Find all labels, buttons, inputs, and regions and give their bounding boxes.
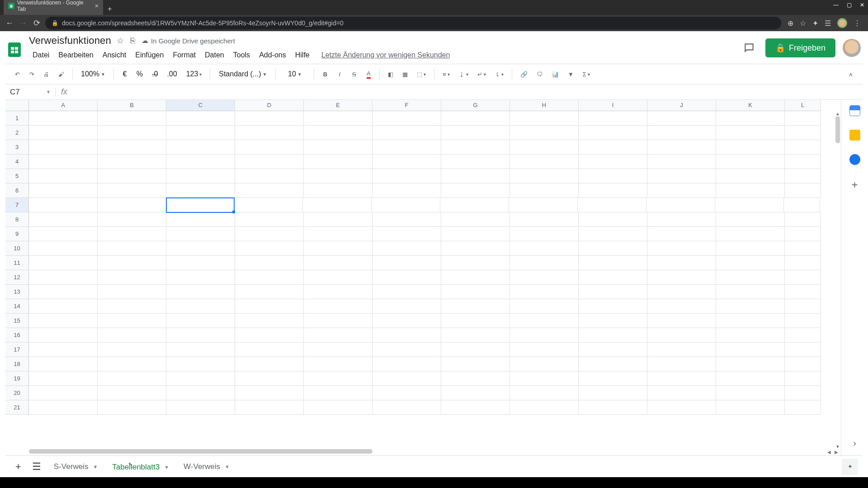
vertical-align-button[interactable]: ⭣▾ [456, 69, 471, 80]
cell-I7[interactable] [578, 198, 646, 212]
cell-I1[interactable] [579, 111, 647, 126]
cell-H2[interactable] [510, 126, 579, 140]
tasks-icon[interactable] [849, 154, 860, 165]
cell-D4[interactable] [235, 155, 304, 169]
cell-I18[interactable] [579, 357, 647, 371]
cell-L10[interactable] [785, 241, 821, 256]
font-family-dropdown[interactable]: Standard (...)▼ [216, 68, 270, 80]
cell-B16[interactable] [98, 328, 166, 343]
cell-H1[interactable] [510, 111, 579, 126]
sheets-logo-icon[interactable] [5, 38, 24, 62]
row-header-13[interactable]: 13 [5, 285, 29, 299]
cell-D17[interactable] [235, 343, 304, 357]
row-header-4[interactable]: 4 [5, 155, 29, 169]
row-header-17[interactable]: 17 [5, 343, 29, 357]
cell-G18[interactable] [441, 357, 510, 371]
menu-file[interactable]: Datei [29, 49, 53, 61]
row-header-18[interactable]: 18 [5, 357, 29, 371]
menu-view[interactable]: Ansicht [99, 49, 130, 61]
cell-C10[interactable] [166, 241, 235, 256]
cell-D11[interactable] [235, 256, 304, 270]
cell-L11[interactable] [785, 256, 821, 270]
cell-J17[interactable] [647, 343, 716, 357]
window-minimize-icon[interactable]: — [833, 2, 839, 8]
cell-E1[interactable] [304, 111, 373, 126]
explore-button[interactable]: ✦ [842, 459, 858, 475]
cell-I9[interactable] [579, 227, 647, 241]
cell-C8[interactable] [166, 212, 235, 227]
cell-H10[interactable] [510, 241, 579, 256]
row-header-20[interactable]: 20 [5, 386, 29, 400]
cell-I8[interactable] [579, 212, 647, 227]
cell-C6[interactable] [166, 183, 235, 198]
cell-D19[interactable] [235, 371, 304, 386]
cell-A18[interactable] [29, 357, 98, 371]
col-header-H[interactable]: H [510, 100, 579, 111]
cell-A10[interactable] [29, 241, 98, 256]
zoom-dropdown[interactable]: 100%▼ [78, 68, 108, 80]
cell-C4[interactable] [166, 155, 235, 169]
text-color-button[interactable]: A [363, 68, 374, 80]
font-size-dropdown[interactable]: 10▼ [281, 68, 308, 80]
cell-A11[interactable] [29, 256, 98, 270]
cell-H14[interactable] [510, 299, 579, 314]
cell-B21[interactable] [98, 400, 166, 415]
col-header-B[interactable]: B [98, 100, 166, 111]
extensions-icon[interactable]: ✦ [812, 19, 818, 28]
share-button[interactable]: 🔒 Freigeben [765, 38, 835, 57]
cell-E21[interactable] [304, 400, 373, 415]
cell-F6[interactable] [373, 183, 441, 198]
cell-K17[interactable] [716, 343, 785, 357]
cell-G14[interactable] [441, 299, 510, 314]
cell-B9[interactable] [98, 227, 166, 241]
vertical-scrollbar[interactable]: ▲ ▼ [835, 111, 841, 449]
cell-E6[interactable] [304, 183, 373, 198]
cell-K19[interactable] [716, 371, 785, 386]
add-sheet-button[interactable]: + [10, 458, 27, 475]
insert-comment-button[interactable]: 🗨 [534, 69, 545, 80]
cell-D20[interactable] [235, 386, 304, 400]
cell-A14[interactable] [29, 299, 98, 314]
cell-E7[interactable] [303, 198, 372, 212]
comments-button[interactable] [740, 39, 758, 57]
cell-J6[interactable] [647, 183, 716, 198]
window-maximize-icon[interactable]: ▢ [847, 2, 852, 8]
row-header-14[interactable]: 14 [5, 299, 29, 314]
row-header-1[interactable]: 1 [5, 111, 29, 126]
cell-K9[interactable] [716, 227, 785, 241]
new-tab-button[interactable]: + [103, 3, 116, 15]
borders-button[interactable]: ▦ [400, 69, 410, 80]
row-header-19[interactable]: 19 [5, 371, 29, 386]
cell-K6[interactable] [716, 183, 785, 198]
cell-L17[interactable] [785, 343, 821, 357]
cell-E8[interactable] [304, 212, 373, 227]
menu-addons[interactable]: Add-ons [255, 49, 290, 61]
cell-I2[interactable] [579, 126, 647, 140]
strikethrough-button[interactable]: S [349, 69, 359, 80]
cell-G3[interactable] [441, 140, 510, 155]
cell-F5[interactable] [373, 169, 441, 183]
increase-decimal-button[interactable]: .00 [164, 68, 179, 80]
cell-F17[interactable] [373, 343, 441, 357]
cell-A7[interactable] [29, 198, 98, 212]
row-header-10[interactable]: 10 [5, 241, 29, 256]
cell-F12[interactable] [373, 270, 441, 285]
cell-F10[interactable] [373, 241, 441, 256]
cell-G1[interactable] [441, 111, 510, 126]
row-header-2[interactable]: 2 [5, 126, 29, 140]
cell-B3[interactable] [98, 140, 166, 155]
insert-chart-button[interactable]: 📊 [549, 69, 561, 80]
cell-F14[interactable] [373, 299, 441, 314]
cell-A16[interactable] [29, 328, 98, 343]
cell-E18[interactable] [304, 357, 373, 371]
cell-G21[interactable] [441, 400, 510, 415]
cell-H8[interactable] [510, 212, 579, 227]
cell-L12[interactable] [785, 270, 821, 285]
cell-E2[interactable] [304, 126, 373, 140]
cell-J10[interactable] [647, 241, 716, 256]
row-header-16[interactable]: 16 [5, 328, 29, 343]
cell-B2[interactable] [98, 126, 166, 140]
select-all-cell[interactable] [5, 100, 29, 111]
row-header-11[interactable]: 11 [5, 256, 29, 270]
cell-B18[interactable] [98, 357, 166, 371]
